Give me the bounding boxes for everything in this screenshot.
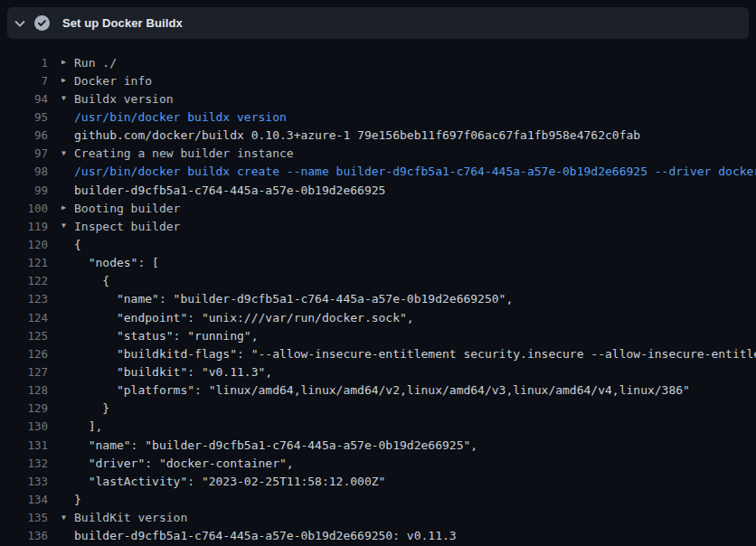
output-text: "buildkit": "v0.11.3", — [74, 365, 272, 379]
line-number[interactable]: 131 — [0, 438, 48, 452]
line-number[interactable]: 125 — [0, 329, 48, 343]
check-circle-icon — [34, 15, 50, 31]
group-title: BuildKit version — [74, 511, 187, 524]
line-number[interactable]: 126 — [0, 347, 48, 361]
log-line: 126 "buildkitd-flags": "--allow-insecure… — [0, 344, 756, 362]
output-text: } — [74, 401, 109, 415]
command-text: /usr/bin/docker buildx version — [74, 110, 287, 124]
group-title: Run ./ — [74, 56, 117, 70]
line-number[interactable]: 121 — [0, 256, 48, 269]
output-text: { — [74, 238, 81, 251]
output-text: "platforms": "linux/amd64,linux/amd64/v2… — [74, 383, 690, 397]
log-line[interactable]: 94▼Buildx version — [0, 89, 756, 108]
line-number[interactable]: 128 — [0, 383, 48, 397]
command-text: /usr/bin/docker buildx create --name bui… — [74, 165, 756, 178]
chevron-down-icon — [13, 16, 27, 31]
log-line: 132 "driver": "docker-container", — [0, 454, 756, 472]
output-text: "buildkitd-flags": "--allow-insecure-ent… — [74, 347, 756, 361]
line-number[interactable]: 136 — [0, 529, 48, 542]
step-title: Set up Docker Buildx — [62, 16, 183, 30]
log-line: 127 "buildkit": "v0.11.3", — [0, 362, 756, 381]
line-number[interactable]: 132 — [0, 457, 48, 470]
log-line: 124 "endpoint": "unix:///var/run/docker.… — [0, 308, 756, 326]
line-number[interactable]: 133 — [0, 475, 48, 488]
log-line: 125 "status": "running", — [0, 326, 756, 344]
output-text: { — [74, 274, 109, 287]
line-number[interactable]: 98 — [0, 165, 48, 178]
line-number[interactable]: 119 — [0, 220, 48, 233]
line-number[interactable]: 122 — [0, 274, 48, 287]
log-line: 123 "name": "builder-d9cfb5a1-c764-445a-… — [0, 290, 756, 308]
output-text: "nodes": [ — [74, 256, 159, 269]
output-text: builder-d9cfb5a1-c764-445a-a57e-0b19d2e6… — [74, 529, 457, 542]
log-line: 133 "lastActivity": "2023-02-25T11:58:12… — [0, 472, 756, 490]
log-line: 122 { — [0, 272, 756, 290]
group-title: Creating a new builder instance — [74, 146, 294, 160]
line-number[interactable]: 123 — [0, 292, 48, 306]
line-number[interactable]: 124 — [0, 311, 48, 325]
line-number[interactable]: 94 — [0, 92, 48, 106]
log-line: 128 "platforms": "linux/amd64,linux/amd6… — [0, 381, 756, 400]
line-number[interactable]: 97 — [0, 146, 48, 160]
triangle-right-icon[interactable]: ▶ — [61, 59, 74, 66]
log-line[interactable]: 7▶Docker info — [0, 71, 756, 89]
log-line: 136builder-d9cfb5a1-c764-445a-a57e-0b19d… — [0, 527, 756, 545]
line-number[interactable]: 1 — [0, 56, 48, 70]
log-line: 129 } — [0, 400, 756, 418]
line-number[interactable]: 134 — [0, 493, 48, 506]
log-line: 130 ], — [0, 418, 756, 436]
output-text: github.com/docker/buildx 0.10.3+azure-1 … — [74, 128, 640, 142]
line-number[interactable]: 127 — [0, 365, 48, 379]
output-text: "name": "builder-d9cfb5a1-c764-445a-a57e… — [74, 438, 477, 452]
output-text: "name": "builder-d9cfb5a1-c764-445a-a57e… — [74, 292, 513, 306]
triangle-down-icon[interactable]: ▼ — [61, 150, 74, 157]
log-line[interactable]: 1▶Run ./ — [0, 53, 756, 71]
line-number[interactable]: 135 — [0, 511, 48, 524]
log-line: 120{ — [0, 235, 756, 253]
group-title: Docker info — [74, 74, 152, 88]
line-number[interactable]: 99 — [0, 184, 48, 197]
log-line: 98/usr/bin/docker buildx create --name b… — [0, 163, 756, 181]
triangle-down-icon[interactable]: ▼ — [61, 514, 74, 522]
line-number[interactable]: 95 — [0, 110, 48, 124]
line-number[interactable]: 96 — [0, 128, 48, 142]
collapse-step-button[interactable] — [13, 16, 27, 31]
log-line: 95/usr/bin/docker buildx version — [0, 108, 756, 126]
log-line: 96github.com/docker/buildx 0.10.3+azure-… — [0, 127, 756, 145]
line-number[interactable]: 130 — [0, 419, 48, 433]
group-title: Booting builder — [74, 202, 180, 215]
output-text: } — [74, 493, 81, 506]
output-text: "endpoint": "unix:///var/run/docker.sock… — [74, 311, 414, 325]
line-number[interactable]: 100 — [0, 202, 48, 215]
log-line[interactable]: 100▶Booting builder — [0, 199, 756, 217]
log-line: 99builder-d9cfb5a1-c764-445a-a57e-0b19d2… — [0, 181, 756, 199]
log-line[interactable]: 97▼Creating a new builder instance — [0, 145, 756, 163]
log-line: 131 "name": "builder-d9cfb5a1-c764-445a-… — [0, 436, 756, 454]
output-text: builder-d9cfb5a1-c764-445a-a57e-0b19d2e6… — [74, 184, 385, 197]
log-line[interactable]: 135▼BuildKit version — [0, 509, 756, 527]
line-number[interactable]: 129 — [0, 401, 48, 415]
triangle-down-icon[interactable]: ▼ — [61, 222, 74, 230]
log-line: 134} — [0, 490, 756, 508]
log-line[interactable]: 119▼Inspect builder — [0, 217, 756, 235]
group-title: Buildx version — [74, 92, 174, 106]
triangle-right-icon[interactable]: ▶ — [61, 204, 74, 212]
line-number[interactable]: 7 — [0, 74, 48, 88]
triangle-down-icon[interactable]: ▼ — [61, 95, 74, 102]
line-number[interactable]: 120 — [0, 238, 48, 251]
output-text: "lastActivity": "2023-02-25T11:58:12.000… — [74, 475, 385, 488]
step-header[interactable]: Set up Docker Buildx — [7, 7, 749, 39]
group-title: Inspect builder — [74, 220, 180, 233]
output-text: "status": "running", — [74, 329, 259, 343]
output-text: "driver": "docker-container", — [74, 457, 294, 470]
log-container: 1▶Run ./7▶Docker info94▼Buildx version95… — [0, 39, 756, 545]
output-text: ], — [74, 419, 102, 433]
triangle-right-icon[interactable]: ▶ — [61, 77, 74, 84]
log-line: 121 "nodes": [ — [0, 254, 756, 272]
